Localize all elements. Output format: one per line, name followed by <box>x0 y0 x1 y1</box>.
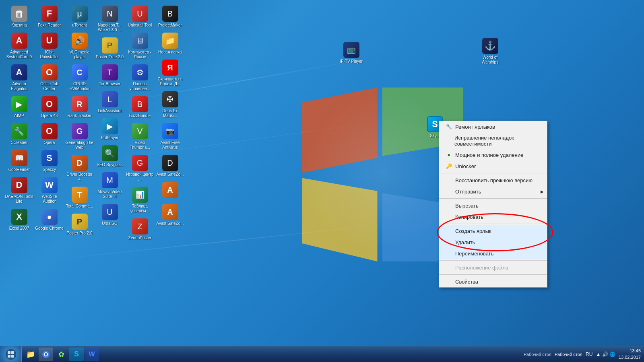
icon-control-panel[interactable]: ⚙ Панель управлен... <box>125 63 155 93</box>
context-menu-properties[interactable]: Свойства <box>439 276 547 287</box>
context-menu-copy[interactable]: Копировать <box>439 211 547 222</box>
icon-wows-area: ⚓ World of Warships <box>475 36 505 66</box>
context-menu-repair[interactable]: 🔧 Ремонт ярлыков <box>439 121 547 132</box>
icon-korzina[interactable]: 🗑 Корзина <box>4 4 34 29</box>
icon-iptv[interactable]: 📺 IP-TV Player <box>336 40 366 66</box>
icon-opera[interactable]: O Opera <box>34 121 64 147</box>
taskbar-desktop-text: Рабочий стол <box>524 352 551 357</box>
icon-potplayer[interactable]: ▶ PotPlayer <box>95 117 125 142</box>
icon-totalcmd[interactable]: T Total Comma... <box>64 185 95 210</box>
icon-advsyscare[interactable]: A Advanced SystemCare 9 <box>4 31 34 61</box>
icon-vlc[interactable]: 🔊 VLC media player <box>64 31 95 61</box>
icon-battlefield[interactable]: B ProjectMaker <box>155 4 185 29</box>
icon-iobit[interactable]: U IObit Uninstaller <box>34 31 64 61</box>
icon-driverbooster[interactable]: D Driver Booster 4 <box>64 153 95 183</box>
context-menu-create-shortcut[interactable]: Создать ярлык <box>439 225 547 237</box>
taskbar-word[interactable]: W <box>85 348 99 361</box>
icon-avastsafe[interactable]: A Avast SafeZo... <box>155 202 185 228</box>
icon-napoleon[interactable]: N Napoleon.T... War.v1.3.0.... <box>95 4 125 34</box>
compat-icon <box>446 138 451 144</box>
icon-coolreader[interactable]: 📖 CoolReader <box>4 148 34 174</box>
context-menu-cut[interactable]: Вырезать <box>439 200 547 211</box>
icon-uninstalltool[interactable]: U Uninstall Tool <box>125 4 155 29</box>
taskbar-tray-icons: ▲ 🔊 🌐 <box>596 352 615 357</box>
icon-posterpro[interactable]: P Poster Pro 2.0 <box>64 212 95 237</box>
svg-rect-6 <box>11 355 14 358</box>
icon-novaya-papka[interactable]: 📁 Новая папка <box>155 31 185 56</box>
icon-genw[interactable]: G Generating The Web <box>64 121 95 152</box>
icon-opera43[interactable]: O Opera 43 <box>34 95 64 120</box>
context-menu-rename[interactable]: Переименовать <box>439 248 547 259</box>
icon-computer[interactable]: 🖥 Компьютер - Ярлык <box>125 31 155 61</box>
icon-speccy[interactable]: S Speccy <box>34 148 64 174</box>
context-menu-location[interactable]: Расположение файла <box>439 262 547 273</box>
taskbar-explorer[interactable]: 📁 <box>23 348 38 361</box>
context-menu-send[interactable]: Отправить <box>439 186 547 197</box>
icon-advego[interactable]: A Advego Plagiatus <box>4 63 34 93</box>
icon-cpuid[interactable]: C CPUID HWMonitor <box>64 63 95 93</box>
context-menu-compat[interactable]: Исправление неполадок совместимости <box>439 132 547 149</box>
icon-posterfree[interactable]: P Poster Free 2.0 <box>95 36 125 61</box>
icon-igr-center[interactable]: G Игровой центр ... <box>125 153 155 183</box>
icon-column-2: F Foxit Reader U IObit Uninstaller O Off… <box>34 4 64 232</box>
taskbar-flower[interactable]: ✿ <box>54 348 68 361</box>
start-button[interactable] <box>0 346 22 362</box>
taskbar-right: Рабочий стол Рабочий стол RU ▲ 🔊 🌐 13:45… <box>524 348 644 360</box>
separator-2 <box>439 198 547 199</box>
taskbar-chrome[interactable] <box>39 348 53 361</box>
icon-linkassistant[interactable]: L LinkAssistant <box>95 90 125 115</box>
icon-officetab[interactable]: O Office Tab Center <box>34 63 64 93</box>
icon-column-1: 🗑 Корзина A Advanced SystemCare 9 A Adve… <box>4 4 34 232</box>
icon-yandex-disk[interactable]: Я Скриншоты в Яндекс.Д... <box>155 58 185 88</box>
taskbar-desktop-label[interactable]: Рабочий стол <box>555 352 582 357</box>
repair-icon: 🔧 <box>446 123 452 130</box>
taskbar-lang: RU <box>586 352 592 357</box>
icon-iptv-area: 📺 IP-TV Player <box>336 40 366 66</box>
taskbar-time: 13:45 <box>619 348 641 354</box>
icon-excel[interactable]: X Excel 2007 <box>4 207 34 232</box>
separator-4 <box>439 260 547 261</box>
unlocker-icon: 🔑 <box>446 163 452 169</box>
separator-5 <box>439 274 547 275</box>
svg-rect-4 <box>11 351 14 354</box>
separator-1 <box>439 173 547 173</box>
icon-buzzbundle[interactable]: B BuzzBundle <box>125 95 155 120</box>
icon-column-5: U Uninstall Tool 🖥 Компьютер - Ярлык ⚙ П… <box>125 4 155 242</box>
icon-torbrowser[interactable]: T Tor Browser <box>95 63 125 88</box>
context-menu-delete[interactable]: Удалить <box>439 237 547 248</box>
icon-column-6: B ProjectMaker 📁 Новая папка Я Скриншоты… <box>155 4 185 228</box>
context-menu-restore[interactable]: Восстановить прежнюю версию <box>439 175 547 186</box>
taskbar-date: 13.02.2017 <box>619 354 641 360</box>
icon-ranktracker[interactable]: R Rank Tracker <box>64 95 95 120</box>
svg-rect-5 <box>8 355 10 358</box>
remove-icon: ● <box>446 152 452 158</box>
icon-worldofwarships[interactable]: ⚓ World of Warships <box>475 36 505 66</box>
icon-seospyglass[interactable]: 🔍 SEO Spyglass <box>95 144 125 169</box>
icon-chrome[interactable]: ● Google Chrome <box>34 207 64 232</box>
icon-utorrent[interactable]: μ uTorrent <box>64 4 95 29</box>
icon-panzercorps[interactable]: ✠ Deus Ex Manki... <box>155 90 185 120</box>
icon-avast[interactable]: A <box>155 180 185 201</box>
icon-screenshot[interactable]: 📷 Avast Free Antivirus <box>155 121 185 152</box>
icon-ccleaner[interactable]: 🔧 CCleaner <box>4 121 34 147</box>
icon-deusex[interactable]: D Avast SafeZo... <box>155 153 185 179</box>
taskbar-apps: 📁 ✿ S W <box>22 346 101 362</box>
icon-daemon[interactable]: D DAEMON Tools Lite <box>4 175 34 206</box>
chrome-icon <box>42 350 50 358</box>
taskbar: 📁 ✿ S W Рабочий стол Рабочий стол RU ▲ 🔊… <box>0 346 644 362</box>
icon-aimp[interactable]: ▶ AIMP <box>4 95 34 120</box>
icon-ultraiso[interactable]: U UltraISO <box>95 202 125 228</box>
svg-point-9 <box>45 353 47 356</box>
start-icon <box>5 349 17 360</box>
separator-3 <box>439 224 547 224</box>
icon-tablitsa[interactable]: 📊 Таблица успевём... <box>125 185 155 215</box>
desktop: 🗑 Корзина A Advanced SystemCare 9 A Adve… <box>0 0 644 346</box>
icon-zenno[interactable]: Z ZennoPoster <box>125 217 155 242</box>
icon-vidthumbnail[interactable]: V Video Thumbna... <box>125 121 155 152</box>
icon-website-auditor[interactable]: W WebSite Auditor <box>34 175 64 206</box>
context-menu-remove[interactable]: ● Мощное и полное удаление <box>439 149 547 160</box>
icon-movavi[interactable]: M Movavi Video Suite -II <box>95 171 125 201</box>
context-menu-unlocker[interactable]: 🔑 Unlocker <box>439 160 547 172</box>
taskbar-skype[interactable]: S <box>69 348 84 361</box>
icon-foxit[interactable]: F Foxit Reader <box>34 4 64 29</box>
